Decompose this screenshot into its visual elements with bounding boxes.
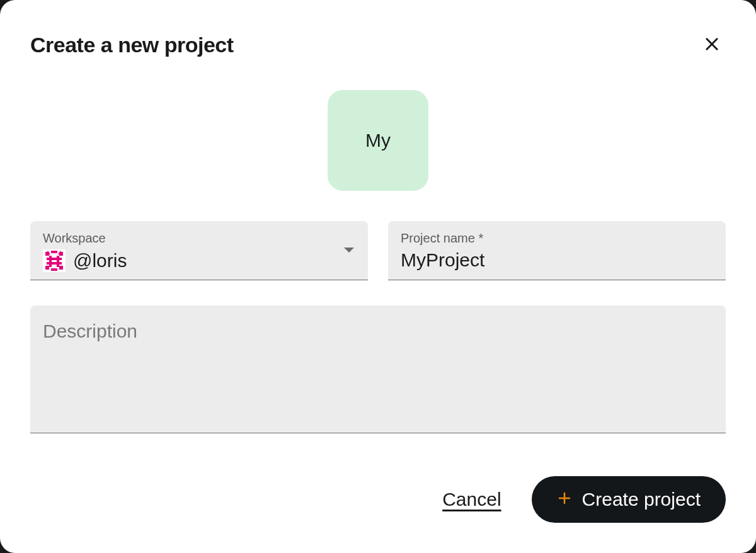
dialog-actions: Cancel Create project bbox=[442, 476, 726, 523]
cancel-button[interactable]: Cancel bbox=[442, 489, 501, 510]
close-icon bbox=[703, 35, 721, 55]
plus-icon bbox=[557, 491, 572, 509]
avatar-container: My bbox=[30, 90, 726, 191]
svg-rect-6 bbox=[47, 258, 62, 260]
create-project-button[interactable]: Create project bbox=[532, 476, 726, 523]
svg-rect-8 bbox=[49, 256, 52, 267]
svg-rect-9 bbox=[57, 256, 59, 267]
dialog-title: Create a new project bbox=[30, 33, 234, 57]
avatar-text: My bbox=[365, 130, 391, 151]
svg-rect-11 bbox=[59, 266, 63, 270]
svg-rect-5 bbox=[51, 251, 57, 253]
dialog-header: Create a new project bbox=[30, 30, 726, 60]
svg-rect-10 bbox=[45, 266, 49, 270]
description-field[interactable] bbox=[30, 305, 726, 433]
workspace-value: @loris bbox=[73, 250, 355, 271]
workspace-value-row: @loris bbox=[43, 249, 355, 272]
project-name-label: Project name * bbox=[401, 231, 713, 246]
create-project-dialog: Create a new project My Workspace bbox=[0, 0, 756, 553]
svg-marker-15 bbox=[344, 248, 354, 253]
workspace-label: Workspace bbox=[43, 231, 355, 246]
project-avatar[interactable]: My bbox=[328, 90, 428, 191]
svg-rect-12 bbox=[51, 268, 57, 271]
chevron-down-icon bbox=[343, 245, 355, 256]
description-input[interactable] bbox=[43, 321, 713, 415]
close-button[interactable] bbox=[698, 30, 726, 60]
form-row: Workspace bbox=[30, 221, 726, 280]
create-button-label: Create project bbox=[582, 489, 701, 510]
project-name-input[interactable] bbox=[401, 249, 713, 271]
svg-rect-7 bbox=[47, 262, 62, 265]
identicon-icon bbox=[43, 249, 66, 272]
project-name-field[interactable]: Project name * bbox=[388, 221, 726, 280]
workspace-select[interactable]: Workspace bbox=[30, 221, 368, 280]
